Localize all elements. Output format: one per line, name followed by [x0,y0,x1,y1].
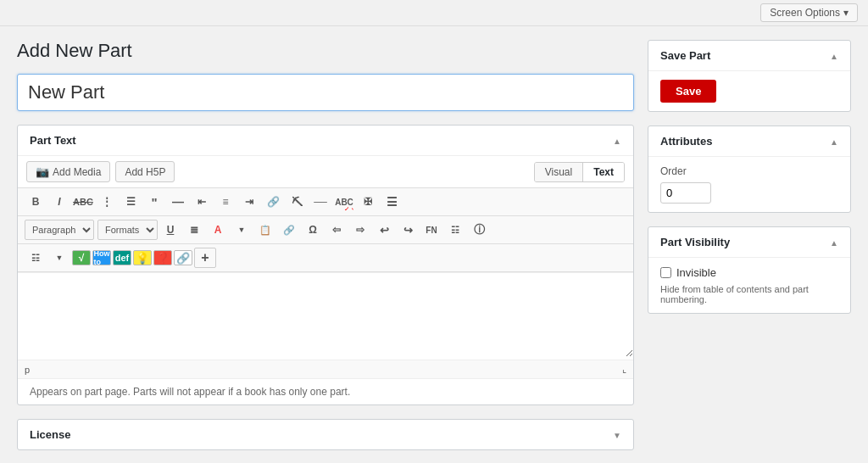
blockquote-button[interactable]: " [143,192,165,212]
editor-topbar-left: 📷 Add Media Add H5P [26,161,175,182]
add-media-label: Add Media [53,166,101,178]
screen-options-button[interactable]: Screen Options ▾ [760,3,858,22]
tab-text[interactable]: Text [583,163,624,181]
right-column: Save Part Save Attributes Order Part Vis… [648,40,851,463]
add-media-button[interactable]: 📷 Add Media [26,161,110,182]
visibility-panel-body: Invisible Hide from table of contents an… [648,258,850,313]
clear-formatting-button[interactable]: 🔗 [278,220,300,240]
horizontal-rule-button[interactable]: — [167,192,189,212]
toolbar-row-2: Paragraph Formats U ≣ A ▼ 📋 🔗 Ω ⇦ ⇨ ↩ ↪ … [18,216,633,244]
invisible-checkbox-label[interactable]: Invisible [660,266,838,279]
undo-button[interactable]: ↩ [373,220,395,240]
formats-select[interactable]: Formats [97,220,158,240]
attributes-panel-title: Attributes [660,135,712,148]
strikethrough-button[interactable]: ABC [72,192,94,212]
save-chevron-up-icon[interactable] [830,49,838,62]
part-title-input[interactable] [17,74,634,111]
save-button[interactable]: Save [660,80,716,103]
top-bar: Screen Options ▾ [0,0,868,26]
lightbulb-icon[interactable]: 💡 [133,250,152,265]
attributes-panel: Attributes Order [648,126,851,213]
redo-button[interactable]: ↪ [397,220,419,240]
align-right-button[interactable]: ⇥ [238,192,260,212]
help-button[interactable]: ⓘ [468,220,490,240]
editor-tag-indicator: p [25,365,30,375]
link-insert-icon[interactable]: 🔗 [174,250,192,265]
question-icon[interactable]: ❓ [153,250,172,265]
fullscreen-button[interactable]: ✠ [357,192,379,212]
invisible-checkbox[interactable] [660,267,671,278]
visibility-panel: Part Visibility Invisible Hide from tabl… [648,226,851,314]
fn-button[interactable]: FN [420,220,442,240]
attributes-chevron-up-icon[interactable] [830,135,838,148]
text-color-dropdown-button[interactable]: ▼ [231,220,253,240]
editor-helper-text: Appears on part page. Parts will not app… [18,378,633,404]
toolbar-row-3: ☷ ▼ √ Howto def 💡 ❓ 🔗 + [18,244,633,272]
order-input[interactable] [660,182,711,204]
insert-link-button[interactable]: 🔗 [262,192,284,212]
visibility-chevron-up-icon[interactable] [830,236,838,248]
editor-topbar: 📷 Add Media Add H5P Visual Text [18,156,633,188]
save-panel: Save Part Save [648,40,851,112]
show-kitchen-sink-button[interactable]: ☰ [381,192,403,212]
visibility-panel-header[interactable]: Part Visibility [648,227,850,258]
unordered-list-button[interactable]: ⋮ [96,192,118,212]
attributes-panel-body: Order [648,157,850,212]
part-text-panel-header[interactable]: Part Text [18,126,633,156]
plus-button[interactable]: + [194,248,216,268]
screen-options-label: Screen Options [770,7,840,19]
screen-options-chevron: ▾ [843,7,849,19]
visual-text-tabs: Visual Text [534,162,625,182]
editor-resize-handle[interactable]: ⌞ [622,364,626,375]
text-color-button[interactable]: A [207,220,229,240]
save-panel-header[interactable]: Save Part [648,41,850,71]
license-panel-header[interactable]: License [18,420,633,449]
howto-icon[interactable]: Howto [92,250,111,265]
italic-button[interactable]: I [48,192,70,212]
indent-button[interactable]: ⇨ [349,220,371,240]
underline-button[interactable]: U [159,220,181,240]
license-panel-title: License [30,428,70,441]
add-h5p-button[interactable]: Add H5P [115,161,175,182]
math-icon[interactable]: √ [72,250,91,265]
page-title: Add New Part [17,40,634,62]
insert-more-button[interactable]: ── [309,192,331,212]
table-button[interactable]: ☷ [444,220,466,240]
save-panel-title: Save Part [660,49,710,62]
license-panel: License [17,419,634,450]
editor-footer: p ⌞ [18,360,633,378]
attributes-panel-header[interactable]: Attributes [648,126,850,157]
add-media-icon: 📷 [36,165,49,178]
spellcheck-button[interactable]: ABC [333,192,355,212]
invisible-label: Invisible [676,266,716,279]
remove-link-button[interactable]: ⛏ [286,192,308,212]
ordered-list-button[interactable]: ☰ [120,192,142,212]
align-center-button[interactable]: ≡ [214,192,236,212]
part-text-panel: Part Text 📷 Add Media Add H5P Visual [17,125,634,405]
part-text-chevron-up-icon[interactable] [613,134,621,147]
visibility-description: Hide from table of contents and part num… [660,284,838,304]
paste-as-text-button[interactable]: 📋 [254,220,276,240]
justify-button[interactable]: ≣ [183,220,205,240]
table-dropdown-button[interactable]: ▼ [48,248,70,268]
part-text-panel-title: Part Text [30,134,76,147]
save-panel-body: Save [648,71,850,111]
editor-textarea[interactable] [18,272,633,357]
bold-button[interactable]: B [25,192,47,212]
tab-visual[interactable]: Visual [535,163,583,181]
outdent-button[interactable]: ⇦ [326,220,348,240]
left-column: Add New Part Part Text 📷 Add Media Add H… [17,40,634,463]
definition-icon[interactable]: def [113,250,131,265]
order-label: Order [660,165,838,177]
toolbar-row-1: B I ABC ⋮ ☰ " — ⇤ ≡ ⇥ 🔗 ⛏ ── ABC ✠ ☰ [18,188,633,216]
paragraph-select[interactable]: Paragraph [25,220,94,240]
visibility-panel-title: Part Visibility [660,236,730,248]
main-content: Add New Part Part Text 📷 Add Media Add H… [0,26,868,463]
table-insert-button[interactable]: ☷ [25,248,47,268]
add-h5p-label: Add H5P [125,166,165,178]
special-char-button[interactable]: Ω [302,220,324,240]
license-chevron-down-icon[interactable] [613,428,621,441]
align-left-button[interactable]: ⇤ [191,192,213,212]
